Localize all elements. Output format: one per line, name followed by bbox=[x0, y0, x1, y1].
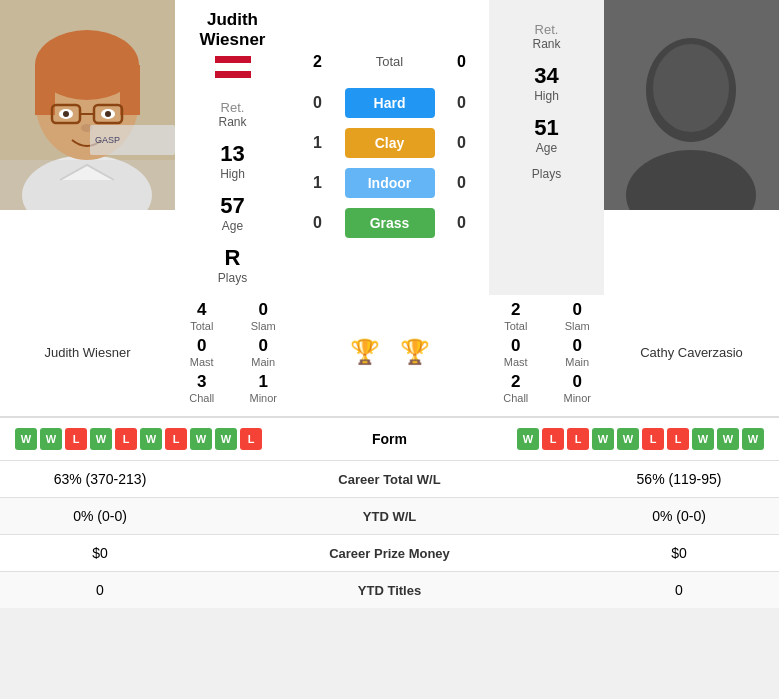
surface-grass-row: 0 Grass 0 bbox=[290, 208, 489, 238]
form-badge: W bbox=[742, 428, 764, 450]
surface-rows: 0 Hard 0 1 Clay 0 1 Indoor 0 0 Grass bbox=[290, 83, 489, 243]
left-slam-lbl: Slam bbox=[251, 320, 276, 332]
stats-row: 0YTD Titles0 bbox=[0, 572, 779, 609]
svg-point-12 bbox=[105, 111, 111, 117]
main-container: GASP Judith Wiesner Ret. Rank 13 High bbox=[0, 0, 779, 608]
right-player-info: Ret. Rank 34 High 51 Age Plays bbox=[489, 0, 604, 295]
svg-point-11 bbox=[63, 111, 69, 117]
left-chall-cell: 3 Chall bbox=[175, 372, 229, 404]
left-chall-lbl: Chall bbox=[189, 392, 214, 404]
stat-right-value: 0 bbox=[579, 572, 779, 609]
left-mast-lbl: Mast bbox=[190, 356, 214, 368]
left-player-info: Judith Wiesner Ret. Rank 13 High 57 Age bbox=[175, 0, 290, 295]
form-badge: W bbox=[40, 428, 62, 450]
left-minor-num: 1 bbox=[259, 372, 268, 392]
right-form-badges: WLLWWLLWWW bbox=[450, 428, 765, 450]
form-badge: L bbox=[65, 428, 87, 450]
right-player-name-bottom: Cathy Caverzasio bbox=[604, 345, 779, 360]
right-minor-cell: 0 Minor bbox=[551, 372, 605, 404]
right-high-value: 34 bbox=[534, 63, 558, 89]
svg-text:GASP: GASP bbox=[95, 135, 120, 145]
left-slam-num: 0 bbox=[259, 300, 268, 320]
right-mast-cell: 0 Mast bbox=[489, 336, 543, 368]
form-badge: L bbox=[542, 428, 564, 450]
right-plays-label: Plays bbox=[532, 167, 561, 181]
surface-hard-right: 0 bbox=[447, 94, 477, 112]
top-player-area: GASP Judith Wiesner Ret. Rank 13 High bbox=[0, 0, 779, 295]
stat-center-label: YTD W/L bbox=[200, 498, 579, 535]
stat-center-label: Career Total W/L bbox=[200, 461, 579, 498]
right-slam-cell: 0 Slam bbox=[551, 300, 605, 332]
right-main-lbl: Main bbox=[565, 356, 589, 368]
form-badge: W bbox=[692, 428, 714, 450]
stats-row: 0% (0-0)YTD W/L0% (0-0) bbox=[0, 498, 779, 535]
left-age-value: 57 bbox=[220, 193, 244, 219]
surface-hard-badge: Hard bbox=[345, 88, 435, 118]
center-column: 2 Total 0 0 Hard 0 1 Clay 0 1 Indoor bbox=[290, 0, 489, 295]
right-rank-label: Ret. bbox=[535, 22, 559, 37]
trophy-area: 🏆 🏆 bbox=[290, 338, 489, 366]
stat-left-value: $0 bbox=[0, 535, 200, 572]
left-age-label: Age bbox=[222, 219, 243, 233]
left-form-badges: WWLWLWLWWL bbox=[15, 428, 330, 450]
form-badge: L bbox=[667, 428, 689, 450]
stats-row: $0Career Prize Money$0 bbox=[0, 535, 779, 572]
right-age-block: 51 Age bbox=[534, 115, 558, 155]
stat-left-value: 0% (0-0) bbox=[0, 498, 200, 535]
surface-indoor-left: 1 bbox=[303, 174, 333, 192]
form-label: Form bbox=[330, 431, 450, 447]
right-main-num: 0 bbox=[573, 336, 582, 356]
total-right-num: 0 bbox=[447, 53, 477, 71]
surface-hard-row: 0 Hard 0 bbox=[290, 88, 489, 118]
form-badge: W bbox=[617, 428, 639, 450]
left-player-name-bottom: Judith Wiesner bbox=[0, 345, 175, 360]
left-main-lbl: Main bbox=[251, 356, 275, 368]
surface-indoor-right: 0 bbox=[447, 174, 477, 192]
form-badge: L bbox=[240, 428, 262, 450]
left-flag bbox=[215, 56, 251, 78]
left-slam-cell: 0 Slam bbox=[237, 300, 291, 332]
stat-right-value: 0% (0-0) bbox=[579, 498, 779, 535]
right-player-photo bbox=[604, 0, 779, 210]
right-minor-lbl: Minor bbox=[563, 392, 591, 404]
form-badge: W bbox=[90, 428, 112, 450]
left-player-name: Judith Wiesner bbox=[180, 10, 285, 50]
total-label: Total bbox=[345, 54, 435, 69]
stat-right-value: $0 bbox=[579, 535, 779, 572]
total-row: 2 Total 0 bbox=[290, 53, 489, 71]
form-badge: L bbox=[642, 428, 664, 450]
total-left-num: 2 bbox=[303, 53, 333, 71]
right-high-block: 34 High bbox=[534, 63, 559, 103]
right-total-cell: 2 Total bbox=[489, 300, 543, 332]
stats-table: 63% (370-213)Career Total W/L56% (119-95… bbox=[0, 460, 779, 608]
left-high-value: 13 bbox=[220, 141, 244, 167]
stats-row: 63% (370-213)Career Total W/L56% (119-95… bbox=[0, 461, 779, 498]
left-plays-label: Plays bbox=[218, 271, 247, 285]
right-age-label: Age bbox=[536, 141, 557, 155]
left-main-cell: 0 Main bbox=[237, 336, 291, 368]
right-rank-sub: Rank bbox=[532, 37, 560, 51]
left-stats-grid: 4 Total 0 Slam 0 Mast 0 Main 3 Chall bbox=[175, 300, 290, 404]
right-mast-num: 0 bbox=[511, 336, 520, 356]
right-minor-num: 0 bbox=[573, 372, 582, 392]
player-names-row: Judith Wiesner 4 Total 0 Slam 0 Mast 0 M… bbox=[0, 295, 779, 417]
surface-grass-badge: Grass bbox=[345, 208, 435, 238]
form-badge: W bbox=[215, 428, 237, 450]
svg-point-20 bbox=[653, 44, 729, 132]
right-chall-num: 2 bbox=[511, 372, 520, 392]
left-minor-cell: 1 Minor bbox=[237, 372, 291, 404]
right-slam-lbl: Slam bbox=[565, 320, 590, 332]
surface-clay-row: 1 Clay 0 bbox=[290, 128, 489, 158]
form-section: WWLWLWLWWL Form WLLWWLLWWW bbox=[0, 417, 779, 460]
surface-clay-badge: Clay bbox=[345, 128, 435, 158]
left-player-photo: GASP bbox=[0, 0, 175, 210]
left-chall-num: 3 bbox=[197, 372, 206, 392]
right-plays-block: Plays bbox=[532, 167, 561, 181]
right-slam-num: 0 bbox=[573, 300, 582, 320]
right-total-lbl: Total bbox=[504, 320, 527, 332]
form-badge: L bbox=[115, 428, 137, 450]
left-trophy-icon: 🏆 bbox=[350, 338, 380, 366]
form-badge: W bbox=[717, 428, 739, 450]
right-age-value: 51 bbox=[534, 115, 558, 141]
left-plays-block: R Plays bbox=[218, 245, 247, 285]
